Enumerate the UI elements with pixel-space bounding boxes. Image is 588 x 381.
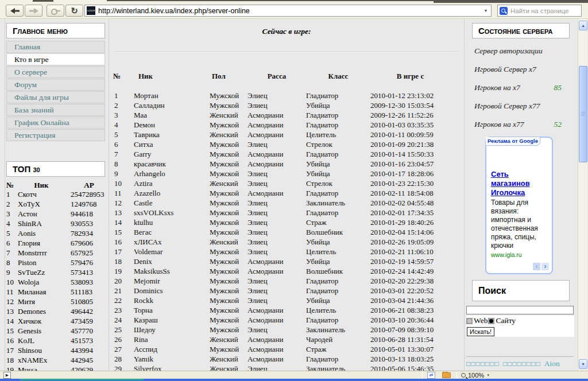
player-row: 16 хЛИСАх Женский Элиец Убийца 2010-02-2… <box>113 237 464 247</box>
ad-next-button[interactable]: › <box>541 263 549 270</box>
url-input[interactable] <box>98 7 481 15</box>
num-cell: 18 <box>113 256 134 266</box>
key-button[interactable] <box>47 5 64 17</box>
gender-cell: Мужской <box>210 296 247 305</box>
server-status-label: Сервер авторизации <box>474 46 543 56</box>
ap-cell: 511183 <box>65 287 107 297</box>
rank-cell: 19 <box>6 365 18 371</box>
menu-item[interactable]: Кто в игре <box>6 53 105 65</box>
nick-cell: Dемон <box>134 120 210 130</box>
menu-item[interactable]: Регистрация <box>6 129 105 141</box>
num-cell: 10 <box>113 178 134 188</box>
ad-prev-button[interactable]: ‹ <box>533 263 540 270</box>
menu-item[interactable]: О сервере <box>6 66 105 78</box>
search-submit-button[interactable]: Искать! <box>467 327 494 336</box>
rank-cell: 15 <box>6 326 18 336</box>
class-cell: Целитель <box>306 130 370 139</box>
ad-nav: ‹ › <box>533 263 549 270</box>
gender-cell: Мужской <box>210 188 247 198</box>
nick-cell: Таврика <box>134 130 210 139</box>
nick-cell: Шедоу <box>134 325 210 335</box>
gender-cell: Женский <box>210 364 247 371</box>
num-cell: 22 <box>113 296 134 305</box>
num-cell: 3 <box>113 110 134 120</box>
rank-cell: 10 <box>6 277 18 287</box>
scroll-down-button[interactable]: ▼ <box>579 359 587 369</box>
menu-item-label: Форум <box>14 80 37 89</box>
rank-cell: 4 <box>6 219 18 228</box>
since-cell: 2010-02-21 11:06:10 <box>370 247 464 256</box>
player-row: 22 Rockk Мужской Элиец Убийца 2010-03-04… <box>113 296 464 305</box>
rank-cell: 18 <box>6 355 18 365</box>
scroll-up-button[interactable]: ▲ <box>579 21 587 30</box>
now-in-game-title: Сейчас в игре: <box>109 27 464 36</box>
player-row: 17 Voldemar Мужской Элиец Целитель 2010-… <box>113 247 464 256</box>
race-cell: Асмодиани <box>247 159 306 169</box>
gender-cell: Мужской <box>210 100 247 110</box>
since-cell: 2010-02-24 14:42:49 <box>370 266 464 276</box>
nick-cell: ShinRA <box>18 219 65 228</box>
column-header-gender: Пол <box>210 72 247 81</box>
nick-cell: Mejomir <box>134 276 210 286</box>
back-button[interactable] <box>6 5 24 17</box>
scrollbar-thumb[interactable] <box>579 66 587 162</box>
ad-body-text: Товары для вязания: импортная и отечеств… <box>491 199 547 250</box>
since-cell: 2010-05-06 15:46:35 <box>370 364 464 371</box>
since-cell: 2010-01-14 15:50:33 <box>370 149 464 159</box>
num-cell: 15 <box>113 227 134 237</box>
radio-web[interactable] <box>466 318 473 324</box>
ap-cell: 579476 <box>65 258 107 267</box>
race-cell: Элиец <box>247 247 306 256</box>
ap-cell: 457770 <box>65 326 107 336</box>
nick-cell: sxsVOLKsxs <box>134 208 210 217</box>
since-cell: 2009-12-26 11:52:26 <box>370 110 464 120</box>
rank-cell: 1 <box>6 189 18 199</box>
player-row: 15 Вегас Мужской Элиец Волшебник 2010-02… <box>113 227 464 237</box>
menu-item[interactable]: База знаний <box>6 104 105 116</box>
class-cell: Страж <box>306 344 370 354</box>
since-cell: 2010-02-11 18:54:08 <box>370 188 464 198</box>
ad-link[interactable]: Сеть магазинов Иголочка <box>491 170 547 197</box>
num-cell: 12 <box>113 198 134 208</box>
players-table: № Ник Пол Расса Класс В игре с 1 Мортан … <box>109 72 464 371</box>
browser-chrome: ↻ AION ▼ <box>0 0 588 19</box>
menu-item[interactable]: Главная <box>6 41 105 53</box>
class-cell: Стрелок <box>306 178 370 188</box>
class-cell: Гладиатор <box>306 315 370 325</box>
status-bar: ▶ ⇄ 100% ▼ <box>0 371 588 379</box>
url-dropdown-button[interactable]: ▼ <box>481 9 491 13</box>
magnifier-icon <box>461 373 466 378</box>
gender-cell: Мужской <box>210 305 247 315</box>
top30-row: 10 Woloja 538093 <box>6 277 107 287</box>
menu-item[interactable]: График Онлайна <box>6 116 105 129</box>
server-status-list: Сервер авторизации Игровой Сервер х7 Игр… <box>474 42 562 134</box>
class-cell: Убийца <box>306 169 370 178</box>
reload-button[interactable]: ↻ <box>65 5 83 17</box>
menu-item[interactable]: Форум <box>6 79 105 91</box>
zoom-control[interactable]: 100% ▼ <box>461 371 490 379</box>
nick-cell: Ситха <box>134 139 210 149</box>
num-cell: 25 <box>113 325 134 335</box>
race-cell: Асмодиани <box>247 344 306 354</box>
ad-url-link[interactable]: www.igla.ru <box>491 251 547 258</box>
top30-row: 18 xNAMEx 442945 <box>6 355 107 365</box>
class-cell: Гладиатор <box>306 354 370 364</box>
race-cell: Асмодиани <box>247 305 306 315</box>
site-search-input[interactable] <box>466 306 574 314</box>
since-cell: 2010-03-13 18:03:25 <box>370 354 464 364</box>
race-cell: Элиец <box>247 237 306 247</box>
forward-button[interactable] <box>25 5 42 17</box>
nick-cell: Rockk <box>134 296 210 305</box>
num-cell: 13 <box>113 208 134 217</box>
scrollbar[interactable]: ▲ ▼ <box>578 19 587 371</box>
race-cell: Асмодиани <box>247 335 306 344</box>
find-input[interactable] <box>510 7 581 14</box>
menu-item[interactable]: Файлы для игры <box>6 91 105 103</box>
rank-cell: 2 <box>6 199 18 209</box>
rank-cell: 11 <box>6 287 18 297</box>
server-status-title: Состояние сервера <box>472 23 570 38</box>
nick-cell: Silverfox <box>134 364 210 371</box>
radio-site[interactable] <box>488 318 494 324</box>
rank-cell: 6 <box>6 238 18 248</box>
num-cell: 2 <box>113 100 134 110</box>
